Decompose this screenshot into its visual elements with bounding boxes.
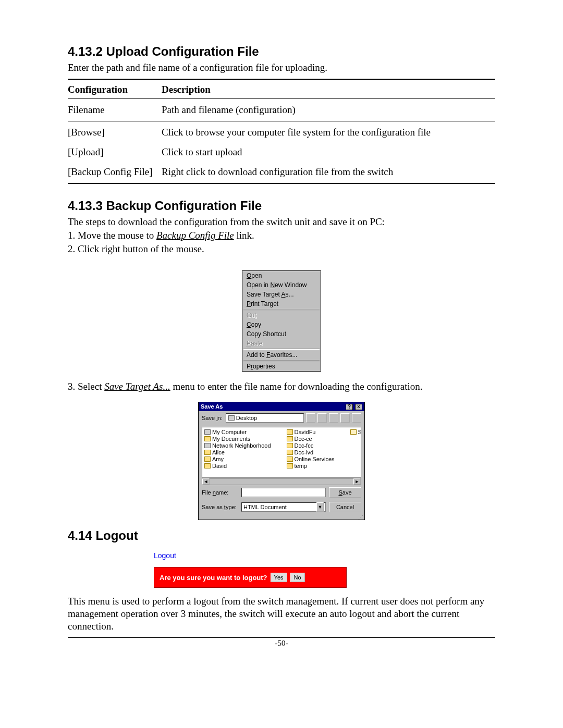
new-folder-icon[interactable] — [329, 413, 338, 423]
network-icon — [204, 443, 211, 448]
folder-icon — [287, 456, 293, 462]
step3-prefix: 3. Select — [68, 381, 104, 392]
scroll-left-icon[interactable]: ◄ — [202, 478, 210, 485]
chevron-down-icon[interactable]: ▼ — [316, 502, 324, 512]
menu-save-target[interactable]: Save Target As... — [242, 290, 321, 299]
list-item[interactable]: My Documents — [204, 436, 271, 442]
desktop-btn-icon[interactable] — [317, 413, 327, 423]
backup-intro: The steps to download the configuration … — [68, 216, 495, 228]
menu-cut: Cut — [242, 311, 321, 320]
list-item[interactable]: David — [204, 463, 271, 469]
step1: 1. Move the mouse to Backup Config File … — [68, 230, 495, 241]
savetype-dropdown[interactable]: HTML Document▼ — [241, 502, 326, 512]
cell-browse: [Browse] — [68, 121, 162, 142]
list-item[interactable]: Alice — [204, 449, 271, 455]
desktop-icon — [228, 415, 235, 421]
folder-icon — [204, 450, 211, 455]
cell-upload-desc: Click to start upload — [162, 141, 495, 161]
horizontal-scrollbar[interactable]: ◄ ► — [202, 478, 361, 485]
list-view-icon[interactable] — [340, 413, 350, 423]
savetype-label: Save as type: — [202, 504, 238, 510]
savein-dropdown[interactable]: Desktop — [226, 413, 304, 423]
step1-suffix: link. — [234, 230, 254, 241]
folder-icon — [287, 443, 293, 448]
logout-prompt: Are you sure you want to logout? — [160, 574, 267, 582]
th-configuration: Configuration — [68, 79, 162, 99]
menu-open-rest: pen — [251, 272, 262, 279]
save-target-as-link[interactable]: Save Target As... — [104, 381, 170, 392]
folder-icon — [204, 463, 211, 468]
up-folder-icon[interactable] — [306, 413, 315, 423]
list-item[interactable]: DavidFu — [287, 429, 335, 435]
list-item[interactable]: Dcc-ce — [287, 436, 335, 442]
th-description: Description — [162, 79, 495, 99]
save-as-dialog: Save As ? × Save in: Desktop My C — [198, 402, 365, 520]
help-icon[interactable]: ? — [346, 404, 353, 410]
savein-label: Save in: — [202, 415, 223, 421]
cell-backup-desc: Right click to download configuration fi… — [162, 161, 495, 183]
logout-yes-button[interactable]: Yes — [271, 573, 287, 582]
page-number: -50- — [68, 639, 495, 648]
menu-paste: Paste — [242, 339, 321, 348]
menu-open[interactable]: Open — [242, 271, 321, 280]
folder-icon — [287, 436, 293, 441]
cell-backup: [Backup Config File] — [68, 161, 162, 183]
cancel-button[interactable]: Cancel — [329, 502, 361, 512]
step3-suffix: menu to enter the file name for download… — [170, 381, 423, 392]
close-icon[interactable]: × — [355, 404, 362, 410]
cell-filename: Filename — [68, 99, 162, 121]
list-item[interactable]: Dcc-lvd — [287, 449, 335, 455]
context-menu: Open Open in New Window Save Target As..… — [242, 270, 321, 372]
logout-confirm-panel: Are you sure you want to logout? Yes No — [154, 567, 347, 588]
folder-icon — [287, 450, 293, 455]
step1-prefix: 1. Move the mouse to — [68, 230, 156, 241]
menu-properties[interactable]: Properties — [242, 362, 321, 371]
computer-icon — [204, 429, 211, 435]
folder-icon — [287, 463, 293, 468]
backup-config-file-link[interactable]: Backup Config File — [156, 230, 234, 241]
menu-copy[interactable]: Copy — [242, 320, 321, 329]
step2: 2. Click right button of the mouse. — [68, 243, 495, 255]
menu-add-fav[interactable]: Add to Favorites... — [242, 350, 321, 360]
list-item[interactable]: Amy — [204, 456, 271, 462]
list-item[interactable]: Online Services — [287, 456, 335, 462]
list-item[interactable]: Network Neighborhood — [204, 442, 271, 449]
step3: 3. Select Save Target As... menu to ente… — [68, 381, 495, 392]
saveas-title: Save As — [201, 403, 223, 410]
details-view-icon[interactable] — [352, 413, 361, 423]
file-list[interactable]: My Computer My Documents Network Neighbo… — [202, 427, 361, 478]
menu-copy-shortcut[interactable]: Copy Shortcut — [242, 329, 321, 339]
cell-browse-desc: Click to browse your computer file syste… — [162, 121, 495, 142]
intro-upload: Enter the path and file name of a config… — [68, 62, 495, 73]
cell-upload: [Upload] — [68, 141, 162, 161]
menu-print-target[interactable]: Print Target — [242, 299, 321, 309]
list-item[interactable]: temp — [287, 463, 335, 469]
heading-backup-config: 4.13.3 Backup Configuration File — [68, 199, 495, 213]
list-item[interactable]: Shortcut to My D — [350, 429, 361, 435]
save-button[interactable]: Save — [329, 487, 361, 498]
list-item[interactable]: My Computer — [204, 429, 271, 435]
heading-logout: 4.14 Logout — [68, 528, 495, 543]
savein-value: Desktop — [236, 415, 257, 421]
filename-label: File name: — [202, 489, 238, 496]
folder-icon — [204, 436, 211, 441]
logout-link[interactable]: Logout — [154, 551, 495, 560]
cell-filename-desc: Path and filename (configuration) — [162, 99, 495, 121]
heading-upload-config: 4.13.2 Upload Configuration File — [68, 44, 495, 59]
logout-outro: This menu is used to perform a logout fr… — [68, 595, 495, 632]
folder-icon — [287, 429, 293, 435]
list-item[interactable]: Dcc-fcc — [287, 442, 335, 449]
folder-icon — [204, 456, 211, 462]
menu-open-new[interactable]: Open in New Window — [242, 280, 321, 290]
logout-no-button[interactable]: No — [290, 573, 305, 582]
scroll-right-icon[interactable]: ► — [353, 478, 361, 485]
config-table: Configuration Description Filename Path … — [68, 79, 495, 184]
filename-input[interactable] — [241, 488, 326, 497]
saveas-titlebar: Save As ? × — [199, 402, 364, 411]
shortcut-icon — [350, 429, 357, 435]
resize-grip-icon[interactable]: ⋰ — [199, 514, 364, 520]
